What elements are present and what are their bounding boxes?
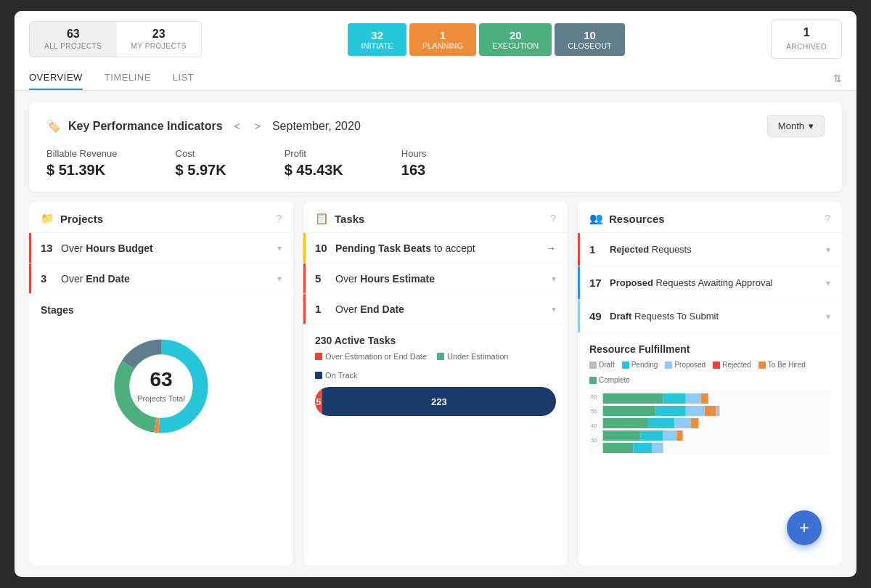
hours-value: 163: [401, 162, 425, 178]
rejected-desc: Rejected Requests: [610, 244, 826, 255]
svg-text:50: 50: [591, 409, 597, 415]
progress-bar-ontrack: 223: [322, 387, 556, 416]
pending-task-beats-count: 10: [315, 242, 335, 254]
kpi-nav: < >: [230, 119, 265, 134]
chevron-down-icon: ▾: [826, 245, 830, 255]
over-hours-budget-item[interactable]: 13 Over Hours Budget ▾: [29, 233, 293, 264]
archived-button[interactable]: 1 ARCHIVED: [771, 20, 842, 59]
svg-rect-11: [701, 393, 708, 404]
over-hours-estimate-item[interactable]: 5 Over Hours Estimate ▾: [303, 264, 568, 294]
over-end-date-item[interactable]: 3 Over End Date ▾: [29, 264, 293, 294]
projects-help-icon[interactable]: ?: [276, 213, 282, 224]
svg-rect-19: [674, 418, 691, 428]
chevron-down-icon: ▾: [809, 121, 814, 131]
chevron-down-icon: ▾: [552, 304, 556, 314]
svg-rect-8: [603, 393, 663, 404]
chevron-down-icon: ▾: [826, 278, 830, 288]
tasks-help-icon[interactable]: ?: [550, 213, 556, 224]
month-button[interactable]: Month ▾: [767, 115, 825, 136]
tasks-panel-header: 📋 Tasks ?: [303, 202, 568, 233]
legend-over-estimation: Over Estimation or End Date: [315, 352, 427, 361]
to-be-hired-dot: [758, 362, 766, 369]
rejected-requests-item[interactable]: 1 Rejected Requests ▾: [578, 233, 842, 266]
arrow-right-icon: →: [546, 242, 556, 254]
status-tab-execution[interactable]: 20 EXECUTION: [479, 23, 552, 56]
draft-desc: Draft Requests To Submit: [610, 311, 826, 322]
closeout-label: CLOSEOUT: [568, 41, 612, 50]
projects-panel: 📁 Projects ? 13 Over Hours Budget ▾ 3 Ov…: [29, 202, 293, 565]
tasks-panel-title-area: 📋 Tasks: [315, 212, 364, 225]
draft-requests-item[interactable]: 49 Draft Requests To Submit ▾: [578, 300, 842, 333]
tasks-panel: 📋 Tasks ? 10 Pending Task Beats to accep…: [303, 202, 568, 565]
svg-rect-10: [686, 393, 701, 404]
resources-help-icon[interactable]: ?: [825, 213, 830, 224]
over-end-date-task-count: 1: [315, 303, 335, 315]
legend-rejected: Rejected: [713, 361, 751, 369]
svg-rect-21: [603, 430, 641, 441]
svg-rect-12: [603, 406, 656, 416]
over-hours-estimate-desc: Over Hours Estimate: [335, 273, 552, 285]
legend-to-be-hired: To Be Hired: [758, 361, 806, 369]
complete-dot: [589, 377, 597, 384]
kpi-prev-button[interactable]: <: [230, 119, 245, 134]
over-end-date-task-item[interactable]: 1 Over End Date ▾: [303, 294, 568, 324]
my-projects-label: MY PROJECTS: [131, 42, 187, 50]
tab-list[interactable]: LIST: [173, 66, 194, 90]
resources-panel-title-area: 👥 Resources: [589, 212, 665, 225]
rf-legend: Draft Pending Proposed Rejected: [589, 361, 830, 384]
over-hours-budget-count: 13: [41, 242, 61, 254]
svg-text:30: 30: [591, 438, 597, 444]
over-hours-estimate-count: 5: [315, 272, 335, 285]
kpi-next-button[interactable]: >: [250, 119, 265, 134]
legend-complete: Complete: [589, 376, 630, 384]
over-end-date-task-desc: Over End Date: [335, 303, 552, 315]
donut-center: 63 Projects Total: [137, 368, 185, 404]
bottom-grid: 📁 Projects ? 13 Over Hours Budget ▾ 3 Ov…: [29, 202, 842, 565]
kpi-title-area: 🏷️ Key Performance Indicators < > Septem…: [46, 119, 361, 134]
view-tabs: OVERVIEW TIMELINE LIST: [29, 66, 194, 90]
svg-rect-14: [686, 406, 705, 416]
profit-value: $ 45.43K: [285, 162, 343, 178]
rejected-dot: [713, 362, 720, 369]
initiate-count: 32: [361, 29, 393, 41]
tab-my-projects[interactable]: 23 MY PROJECTS: [117, 22, 201, 57]
fab-add-button[interactable]: +: [787, 510, 822, 545]
status-tab-planning[interactable]: 1 PLANNING: [409, 23, 476, 56]
svg-rect-25: [603, 443, 634, 453]
rf-title: Resource Fulfillment: [589, 343, 830, 355]
status-tab-closeout[interactable]: 10 CLOSEOUT: [555, 23, 625, 56]
status-tabs: 32 INITIATE 1 PLANNING 20 EXECUTION 10 C…: [348, 23, 624, 56]
svg-rect-24: [676, 430, 682, 441]
over-hours-budget-desc: Over Hours Budget: [61, 242, 277, 254]
tab-timeline[interactable]: TIMELINE: [105, 66, 151, 90]
resources-panel-header: 👥 Resources ?: [578, 202, 842, 233]
sort-icon[interactable]: ⇅: [833, 73, 842, 84]
archived-label: ARCHIVED: [786, 43, 827, 51]
status-tab-initiate[interactable]: 32 INITIATE: [348, 23, 406, 56]
rf-chart-svg: 60 50 40 30: [589, 390, 830, 455]
kpi-card: 🏷️ Key Performance Indicators < > Septem…: [29, 102, 842, 192]
over-end-date-count: 3: [41, 272, 61, 285]
tab-all-projects[interactable]: 63 ALL PROJECTS: [30, 22, 117, 57]
projects-panel-header: 📁 Projects ?: [29, 202, 293, 233]
svg-text:60: 60: [591, 394, 597, 400]
initiate-label: INITIATE: [361, 41, 393, 50]
resources-icon: 👥: [589, 212, 603, 225]
projects-panel-title: Projects: [60, 213, 103, 225]
all-projects-label: ALL PROJECTS: [44, 42, 102, 50]
svg-rect-9: [663, 393, 686, 404]
pending-dot: [622, 362, 629, 369]
projects-panel-title-area: 📁 Projects: [41, 212, 103, 225]
donut-chart: 63 Projects Total: [107, 332, 216, 441]
tab-overview[interactable]: OVERVIEW: [29, 66, 83, 90]
donut-total: 63: [137, 368, 185, 391]
metric-billable-revenue: Billable Revenue $ 51.39K: [46, 148, 118, 179]
progress-bar[interactable]: 5 223: [315, 387, 556, 416]
pending-task-beats-item[interactable]: 10 Pending Task Beats to accept →: [303, 233, 568, 264]
proposed-desc: Proposed Requests Awaiting Approval: [610, 277, 826, 288]
svg-rect-15: [705, 406, 716, 416]
proposed-requests-item[interactable]: 17 Proposed Requests Awaiting Approval ▾: [578, 266, 842, 300]
stages-section: Stages: [29, 294, 293, 454]
draft-count: 49: [589, 310, 610, 322]
proposed-count: 17: [589, 277, 610, 289]
